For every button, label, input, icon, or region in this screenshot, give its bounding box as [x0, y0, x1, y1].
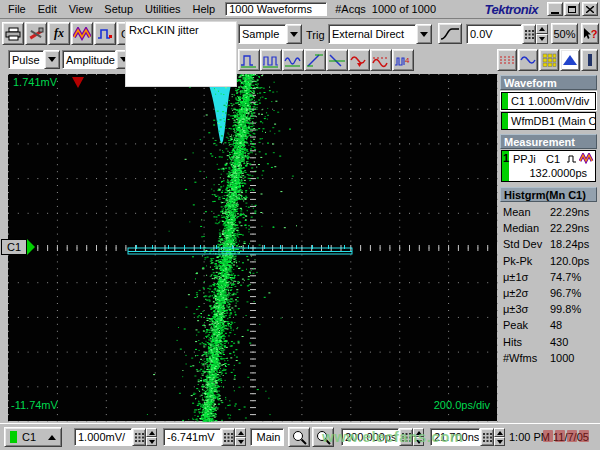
measurement-source: C1	[546, 153, 560, 165]
trig-level-value: 0.0V	[470, 28, 493, 40]
acq-mode-dropdown-button[interactable]	[286, 24, 302, 44]
minimize-button[interactable]	[547, 2, 563, 16]
waveform-database-button[interactable]	[71, 22, 93, 45]
meas-high-button[interactable]	[238, 49, 260, 71]
meas-rise-button[interactable]	[304, 49, 326, 71]
vertical-offset-field[interactable]: -6.741mV	[163, 428, 221, 446]
meas-class1-combo[interactable]: Pulse	[8, 50, 60, 69]
trig-source-dropdown-button[interactable]	[416, 24, 432, 44]
set-to-50-button[interactable]: 50%	[551, 23, 578, 44]
vertical-offset-value: -6.741mV	[167, 431, 215, 443]
vertical-scale-field[interactable]: 1.000mV/	[74, 428, 132, 446]
vertical-offset-keypad-button[interactable]	[221, 428, 235, 446]
meas-period-button[interactable]	[260, 49, 282, 71]
channel-select-button[interactable]: C1	[4, 427, 62, 447]
close-button[interactable]	[582, 2, 598, 16]
stat-label: μ±1σ	[500, 271, 550, 283]
channel-marker[interactable]: C1	[1, 239, 27, 255]
stat-label: Peak	[500, 319, 550, 331]
histogram-panel-header: Histgrm(Mn C1)	[500, 187, 597, 202]
horizontal-position-spinner[interactable]	[494, 428, 505, 446]
menu-bar: File Edit View Setup Utilities Help 1000…	[0, 0, 600, 19]
question-mark-icon: ?	[591, 28, 598, 40]
meas-class1-dropdown-button[interactable]	[44, 50, 60, 69]
tools-button[interactable]	[25, 22, 47, 45]
chevron-down-icon	[48, 57, 56, 62]
spin-up-button[interactable]	[235, 428, 246, 437]
display-vector-button[interactable]	[518, 49, 538, 71]
wave-icon	[284, 53, 302, 68]
menu-file[interactable]: File	[2, 1, 32, 17]
stat-row: μ±2σ96.7%	[500, 285, 598, 301]
pulse-edit-button[interactable]	[94, 22, 116, 45]
waveform-panel-header: Waveform	[500, 75, 597, 90]
math-button[interactable]: fx	[48, 22, 70, 45]
stat-row: Pk-Pk120.0ps	[500, 253, 598, 269]
chevron-down-icon	[290, 32, 298, 37]
acqs-label: #Acqs	[335, 3, 366, 15]
meas-fall-button[interactable]	[326, 49, 348, 71]
display-histogram-button[interactable]	[560, 49, 580, 71]
menu-utilities[interactable]: Utilities	[139, 1, 186, 17]
trig-level-spinner[interactable]	[536, 24, 548, 44]
spin-down-button[interactable]	[146, 437, 157, 446]
waveform-count-text: 1000 Waveforms	[229, 3, 312, 15]
meas-class2-combo[interactable]: Amplitude	[62, 50, 132, 69]
waveform-graphics	[8, 74, 498, 422]
red-watermark-glyph	[543, 430, 553, 442]
trig-level-keypad-button[interactable]	[522, 24, 536, 44]
red-watermark-glyph	[555, 430, 565, 442]
trig-slope-button[interactable]	[438, 23, 462, 44]
meas-jitter-button[interactable]: 4	[392, 49, 414, 71]
waveform-item-c1[interactable]: C1 1.000mV/div	[501, 92, 596, 110]
restore-button[interactable]	[564, 2, 580, 16]
vertical-scale-spinner[interactable]	[146, 428, 157, 446]
channel-marker-label: C1	[7, 241, 21, 253]
spin-up-button[interactable]	[536, 24, 548, 34]
menu-edit[interactable]: Edit	[32, 1, 63, 17]
acq-mode-combo[interactable]: Sample	[238, 24, 302, 44]
stat-row: Std Dev18.24ps	[500, 236, 598, 252]
context-help-button[interactable]: ?	[581, 23, 599, 44]
menu-help[interactable]: Help	[187, 1, 222, 17]
rise-slope-icon	[306, 53, 324, 68]
pulse-train-icon: 4	[394, 53, 412, 68]
bottom-voltage-label: -11.74mV	[11, 399, 59, 411]
horizontal-position-keypad-button[interactable]	[480, 428, 494, 446]
trigger-marker-icon[interactable]	[72, 77, 84, 88]
meas-frequency-button[interactable]	[282, 49, 304, 71]
waveform-icon	[73, 27, 91, 41]
display-mode-button[interactable]	[581, 49, 598, 71]
timebase-value: Main	[257, 431, 281, 443]
spin-down-button[interactable]	[235, 437, 246, 446]
meas-mean-button[interactable]	[370, 49, 392, 71]
down-arrow-icon	[238, 440, 244, 444]
display-dots-button[interactable]	[497, 49, 517, 71]
stat-value: 74.7%	[550, 271, 581, 283]
spin-up-button[interactable]	[146, 428, 157, 437]
pulse-high-icon	[240, 53, 258, 68]
trig-source-combo[interactable]: External Direct	[328, 24, 432, 44]
vertical-scale-keypad-button[interactable]	[132, 428, 146, 446]
menu-view[interactable]: View	[63, 1, 99, 17]
up-arrow-icon	[149, 431, 155, 435]
fx-icon: fx	[54, 26, 64, 41]
spin-down-button[interactable]	[494, 437, 505, 446]
waveform-item-wfmdb1[interactable]: WfmDB1 (Main C1	[501, 112, 596, 130]
measurement-panel-header: Measurement	[500, 134, 597, 149]
display-persistence-button[interactable]	[539, 49, 559, 71]
keypad-icon	[135, 433, 144, 442]
stat-label: #Wfms	[500, 352, 550, 364]
zoom-in-button[interactable]	[288, 427, 310, 447]
trig-level-field[interactable]: 0.0V	[466, 24, 522, 44]
stat-value: 1000	[550, 352, 574, 364]
meas-amplitude-button[interactable]	[348, 49, 370, 71]
print-button[interactable]	[2, 22, 24, 45]
vertical-offset-spinner[interactable]	[235, 428, 246, 446]
menu-setup[interactable]: Setup	[98, 1, 139, 17]
up-arrow-icon	[48, 435, 56, 440]
measurement-item[interactable]: 1 PPJi C1 132.0000ps	[501, 150, 596, 182]
spin-down-button[interactable]	[536, 34, 548, 44]
spin-up-button[interactable]	[494, 428, 505, 437]
timebase-selector[interactable]: Main	[250, 428, 284, 446]
